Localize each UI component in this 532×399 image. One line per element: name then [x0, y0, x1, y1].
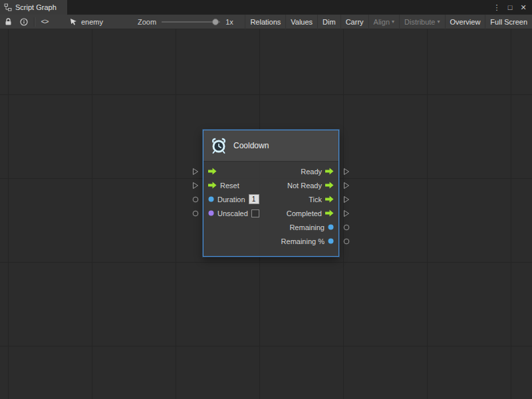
flow-arrow-icon — [325, 196, 334, 203]
value-input-marker[interactable] — [192, 210, 199, 217]
value-output-port-remaining[interactable]: Remaining — [289, 223, 334, 231]
graph-canvas[interactable]: Cooldown Ready — [0, 29, 532, 399]
zoom-control: Zoom 1x — [138, 18, 233, 26]
port-row: Ready — [203, 164, 338, 178]
node-title: Cooldown — [233, 141, 269, 150]
tab-label: Script Graph — [15, 3, 57, 11]
unscaled-checkbox[interactable] — [251, 209, 259, 217]
alarm-clock-icon — [210, 137, 227, 154]
flow-output-port-not-ready[interactable]: Not Ready — [287, 182, 334, 190]
close-icon[interactable]: ✕ — [518, 2, 529, 13]
dim-button[interactable]: Dim — [317, 15, 340, 29]
chevron-down-icon: ▾ — [438, 19, 440, 25]
code-view-icon[interactable]: <> — [37, 15, 53, 29]
chevron-down-icon: ▾ — [392, 19, 394, 25]
toolbar-buttons: Relations Values Dim Carry Align ▾ Distr… — [245, 15, 532, 29]
flow-input-marker[interactable] — [192, 168, 199, 176]
zoom-value: 1x — [225, 18, 233, 26]
lock-icon[interactable] — [0, 15, 16, 29]
flow-input-port-reset[interactable]: Reset — [208, 182, 239, 190]
flow-output-marker[interactable] — [343, 182, 350, 190]
flow-output-port-ready[interactable]: Ready — [301, 168, 334, 176]
value-output-marker[interactable] — [343, 238, 350, 245]
value-dot-icon — [328, 224, 334, 230]
cooldown-node[interactable]: Cooldown Ready — [203, 130, 339, 257]
flow-arrow-icon — [325, 182, 334, 189]
zoom-slider[interactable] — [162, 19, 220, 25]
value-dot-icon — [208, 210, 214, 216]
toolbar-divider — [34, 17, 35, 27]
relations-button[interactable]: Relations — [245, 15, 285, 29]
value-input-port-unscaled[interactable]: Unscaled — [208, 209, 259, 217]
port-row: Remaining — [203, 220, 338, 234]
window-controls: ⋮ □ ✕ — [491, 2, 532, 13]
carry-button[interactable]: Carry — [340, 15, 368, 29]
value-output-marker[interactable] — [343, 224, 350, 231]
node-body: Ready Reset Not Ready — [203, 162, 338, 256]
info-icon[interactable] — [16, 15, 32, 29]
value-input-port-duration[interactable]: Duration — [208, 194, 259, 204]
port-row: Reset Not Ready — [203, 178, 338, 192]
port-row: Duration Tick — [203, 192, 338, 206]
graph-pointer-icon — [70, 18, 78, 25]
tab-script-graph[interactable]: Script Graph — [0, 0, 67, 15]
values-button[interactable]: Values — [285, 15, 317, 29]
window-titlebar: Script Graph ⋮ □ ✕ — [0, 0, 532, 15]
duration-input[interactable] — [249, 194, 259, 204]
node-header[interactable]: Cooldown — [203, 130, 338, 162]
graph-context-breadcrumb[interactable]: enemy — [70, 18, 103, 26]
value-dot-icon — [328, 238, 334, 244]
graph-toolbar: <> enemy Zoom 1x Relations Values Dim Ca… — [0, 15, 532, 29]
align-dropdown[interactable]: Align ▾ — [368, 15, 399, 29]
maximize-icon[interactable]: □ — [505, 2, 515, 13]
value-output-port-remaining-percent[interactable]: Remaining % — [281, 237, 334, 245]
flow-arrow-icon — [325, 168, 334, 175]
graph-name-label: enemy — [81, 18, 103, 26]
flow-output-marker[interactable] — [343, 209, 350, 217]
zoom-slider-track[interactable] — [162, 21, 220, 23]
script-graph-icon — [4, 3, 12, 11]
port-row: Unscaled Completed — [203, 206, 338, 220]
flow-arrow-icon — [208, 182, 217, 189]
flow-arrow-icon — [208, 168, 217, 175]
flow-output-port-completed[interactable]: Completed — [287, 209, 334, 217]
distribute-dropdown[interactable]: Distribute ▾ — [399, 15, 444, 29]
flow-arrow-icon — [325, 209, 334, 217]
zoom-slider-handle[interactable] — [212, 19, 219, 25]
flow-output-marker[interactable] — [343, 196, 350, 203]
zoom-label: Zoom — [138, 18, 156, 26]
flow-output-marker[interactable] — [343, 168, 350, 176]
port-row: Remaining % — [203, 234, 338, 248]
value-input-marker[interactable] — [192, 196, 199, 203]
overview-button[interactable]: Overview — [445, 15, 485, 29]
value-dot-icon — [208, 196, 214, 202]
full-screen-button[interactable]: Full Screen — [485, 15, 532, 29]
flow-input-marker[interactable] — [192, 182, 199, 190]
menu-kebab-icon[interactable]: ⋮ — [491, 2, 502, 13]
flow-input-port-enter[interactable] — [208, 168, 220, 175]
flow-output-port-tick[interactable]: Tick — [309, 196, 334, 203]
